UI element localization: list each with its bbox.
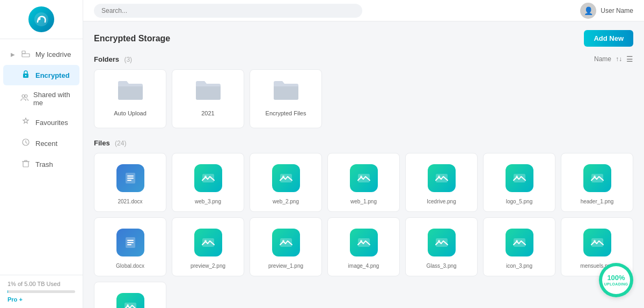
file-type-icon <box>194 164 222 192</box>
file-card[interactable]: web_2.png <box>250 153 322 212</box>
svg-point-5 <box>25 75 26 76</box>
file-name: icon_3.png <box>490 263 548 269</box>
file-card[interactable]: Glass_3.png <box>405 217 478 276</box>
file-type-icon <box>506 229 533 256</box>
file-card[interactable]: Icedrive.png <box>405 153 478 212</box>
svg-point-11 <box>204 175 207 178</box>
file-type-icon <box>583 229 611 256</box>
file-name: header_1.png <box>568 199 626 204</box>
svg-point-34 <box>594 240 596 242</box>
folder-card-2021[interactable]: 2021 <box>172 69 244 128</box>
svg-point-36 <box>127 304 129 306</box>
file-type-icon <box>194 229 222 256</box>
sidebar-item-shared-with-me[interactable]: ▶ Shared with me <box>3 86 79 112</box>
file-type-icon <box>583 164 611 192</box>
content-header: Encrypted Storage Add New <box>94 30 633 47</box>
file-type-icon <box>350 229 378 256</box>
file-card[interactable]: preview_1.png <box>250 217 322 276</box>
file-card[interactable]: preview_2.png <box>172 217 244 276</box>
sidebar-item-label-shared: Shared with me <box>33 91 72 107</box>
folder-card-auto-upload[interactable]: Auto Upload <box>94 69 166 128</box>
folders-section-header: Folders (3) Name ↑↓ ☰ <box>94 54 633 64</box>
svg-point-26 <box>282 240 284 242</box>
pro-link[interactable]: Pro + <box>8 296 23 303</box>
svg-point-1 <box>38 18 41 20</box>
avatar: 👤 <box>580 3 596 19</box>
user-name: User Name <box>601 7 633 14</box>
expand-arrow-icon: ▶ <box>11 52 15 57</box>
folder-icon <box>117 78 144 105</box>
folder-card-encrypted-files[interactable]: Encrypted Files <box>250 69 322 128</box>
sidebar-item-encrypted[interactable]: ▶ Encrypted <box>3 65 79 85</box>
file-card[interactable]: web_1.png <box>327 153 400 212</box>
content-area: Encrypted Storage Add New Folders (3) Na… <box>83 21 644 308</box>
page-title: Encrypted Storage <box>94 34 170 43</box>
file-type-icon <box>428 229 456 256</box>
files-title-area: Files (24) <box>94 138 126 148</box>
sort-arrow-icon: ↑↓ <box>616 55 622 63</box>
file-name: preview_2.png <box>179 263 237 269</box>
sidebar-nav: ▶ My Icedrive ▶ Encrypted ▶ Shared with … <box>0 39 83 275</box>
storage-bar-fill <box>8 290 8 293</box>
folders-label: Folders <box>94 55 119 63</box>
file-name: 2021.docx <box>101 199 159 204</box>
sort-controls: Name ↑↓ ☰ <box>594 55 633 63</box>
sidebar-item-label-my-icedrive: My Icedrive <box>35 50 71 58</box>
storage-text: 1% of 5.00 TB Used <box>8 281 60 287</box>
files-label: Files <box>94 139 110 147</box>
sidebar-item-favourites[interactable]: ▶ Favourites <box>3 112 79 133</box>
file-card[interactable]: image_4.png <box>327 217 400 276</box>
files-section-header: Files (24) <box>94 138 633 148</box>
upload-badge-inner: 100% UPLOADING <box>602 266 630 294</box>
file-card[interactable]: icon_3.png <box>483 217 555 276</box>
file-card[interactable]: 2021.docx <box>94 153 166 212</box>
svg-point-19 <box>516 175 518 178</box>
svg-point-30 <box>438 240 440 242</box>
file-type-icon <box>116 164 144 192</box>
sidebar-footer: 1% of 5.00 TB Used Pro + <box>0 275 83 308</box>
upload-label: UPLOADING <box>604 282 628 287</box>
file-card[interactable]: Global.docx <box>94 217 166 276</box>
folder-icon-2 <box>195 78 222 105</box>
svg-point-0 <box>34 12 48 26</box>
sort-name-button[interactable]: Name <box>594 55 611 63</box>
svg-point-6 <box>22 95 25 98</box>
sidebar-item-recent[interactable]: ▶ Recent <box>3 133 79 153</box>
file-name: Glass_3.png <box>412 263 471 269</box>
topbar: 👤 User Name <box>83 0 644 21</box>
add-new-button[interactable]: Add New <box>584 30 633 47</box>
svg-point-13 <box>282 175 284 178</box>
file-name: web_3.png <box>179 199 237 204</box>
sidebar: ▶ My Icedrive ▶ Encrypted ▶ Shared with … <box>0 0 83 308</box>
files-count: (24) <box>115 140 126 147</box>
file-name: preview_1.png <box>257 263 315 269</box>
sidebar-item-label-recent: Recent <box>35 140 57 148</box>
sidebar-item-label-favourites: Favourites <box>35 119 68 127</box>
logo-area <box>0 0 83 39</box>
folder-icon-3 <box>273 78 299 105</box>
file-card[interactable]: web_3.png <box>172 153 244 212</box>
sidebar-item-label-encrypted: Encrypted <box>35 71 70 79</box>
search-input[interactable] <box>94 4 362 18</box>
sidebar-item-my-icedrive[interactable]: ▶ My Icedrive <box>3 44 79 64</box>
sidebar-item-label-trash: Trash <box>35 160 53 168</box>
folder-name: Auto Upload <box>114 110 147 116</box>
file-type-icon <box>428 164 456 192</box>
file-name: web_1.png <box>334 199 393 204</box>
folder-name-3: Encrypted Files <box>266 110 306 116</box>
folders-grid: Auto Upload 2021 Encrypted Files <box>94 69 633 128</box>
grid-view-icon[interactable]: ☰ <box>626 55 633 63</box>
files-grid: 2021.docxweb_3.pngweb_2.pngweb_1.pngIced… <box>94 153 633 308</box>
svg-rect-2 <box>22 51 25 54</box>
file-name: Global.docx <box>101 263 159 269</box>
svg-point-17 <box>438 175 440 178</box>
file-type-icon <box>506 164 533 192</box>
upload-percent: 100% <box>607 274 625 282</box>
file-card[interactable]: upload_2.png <box>94 282 166 308</box>
svg-point-24 <box>204 240 207 242</box>
file-card[interactable]: logo_5.png <box>483 153 555 212</box>
file-card[interactable]: header_1.png <box>561 153 633 212</box>
file-type-icon <box>116 293 144 308</box>
sidebar-item-trash[interactable]: ▶ Trash <box>3 154 79 174</box>
trash-icon <box>20 159 31 170</box>
